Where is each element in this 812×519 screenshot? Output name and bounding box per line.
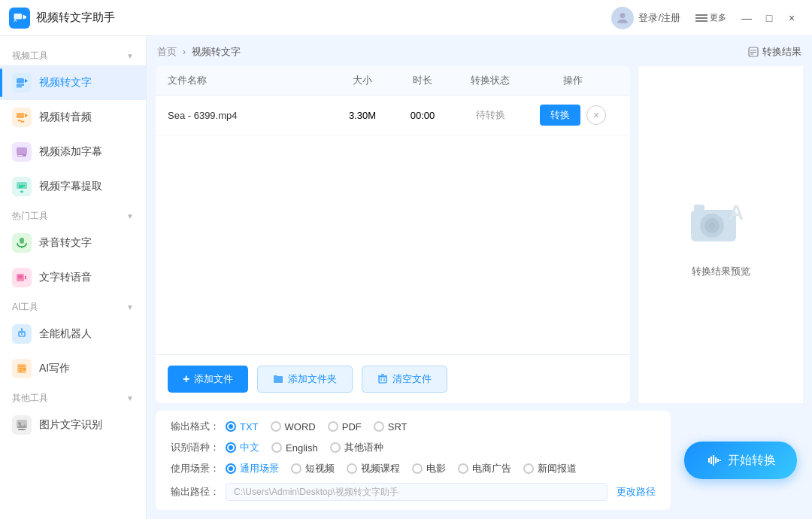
file-action-buttons: + 添加文件 添加文件夹 (156, 354, 630, 403)
scene-news[interactable]: 新闻报道 (523, 462, 577, 475)
language-label: 识别语种： (171, 441, 220, 454)
breadcrumb-separator: › (183, 46, 186, 57)
add-file-button[interactable]: + 添加文件 (168, 366, 248, 393)
path-label: 输出路径： (171, 485, 220, 499)
video-caption-icon (12, 142, 32, 162)
file-actions-cell: 转换 × (528, 105, 618, 126)
format-pdf-label: PDF (342, 421, 362, 432)
svg-point-51 (708, 222, 716, 229)
sidebar-item-video-to-text[interactable]: 视频转文字 (0, 65, 146, 100)
scene-movie-label: 电影 (426, 462, 446, 475)
radio-circle-general (226, 463, 236, 474)
svg-marker-1 (23, 14, 27, 19)
lang-other[interactable]: 其他语种 (330, 441, 383, 454)
format-row: 输出格式： TXT WORD (171, 420, 656, 433)
chevron-down-icon: ▼ (126, 212, 134, 220)
close-icon: × (593, 109, 599, 121)
titlebar: A 视频转文字助手 登录/注册 更多 — □ × (0, 0, 812, 36)
sidebar-item-label: 视频添加字幕 (39, 145, 102, 159)
close-button[interactable]: × (780, 8, 803, 28)
format-word[interactable]: WORD (271, 421, 316, 432)
clear-files-button[interactable]: 清空文件 (362, 366, 447, 393)
svg-marker-12 (25, 114, 28, 117)
scene-general[interactable]: 通用场景 (226, 462, 279, 475)
main-layout: 视频工具 ▼ 视频转文字 视频转音频 (0, 36, 812, 519)
file-section: 文件名称 大小 时长 转换状态 操作 Sea - 6399.mp4 3.30M … (156, 66, 630, 403)
result-button-label: 转换结果 (762, 45, 801, 59)
text-audio-icon (12, 268, 32, 287)
more-menu[interactable]: 更多 (695, 12, 726, 23)
format-pdf[interactable]: PDF (328, 421, 362, 432)
svg-rect-11 (17, 113, 24, 118)
maximize-button[interactable]: □ (758, 8, 780, 28)
scene-general-label: 通用场景 (240, 462, 279, 475)
sidebar-item-audio-to-text[interactable]: 录音转文字 (0, 226, 146, 260)
lower-section: 输出格式： TXT WORD (156, 411, 803, 510)
lang-chinese[interactable]: 中文 (226, 441, 259, 454)
video-extract-icon (12, 177, 32, 196)
format-radio-group: TXT WORD PDF (226, 421, 408, 432)
format-srt-label: SRT (388, 421, 408, 432)
lang-english[interactable]: English (271, 442, 318, 454)
scene-short-video[interactable]: 短视频 (291, 462, 335, 475)
scene-radio-group: 通用场景 短视频 视频课程 (226, 462, 577, 475)
scene-ecommerce[interactable]: 电商广告 (458, 462, 511, 475)
file-table-header: 文件名称 大小 时长 转换状态 操作 (156, 66, 630, 96)
col-status-header: 转换状态 (453, 74, 528, 87)
preview-label: 转换结果预览 (692, 265, 750, 278)
start-convert-button[interactable]: 开始转换 (684, 442, 797, 479)
format-txt[interactable]: TXT (226, 421, 259, 432)
breadcrumb-current: 视频转文字 (192, 46, 241, 57)
sidebar-item-label: 图片文字识别 (39, 418, 102, 432)
sidebar-section-hot-tools: 热门工具 ▼ (0, 204, 146, 226)
user-section[interactable]: 登录/注册 (611, 7, 680, 29)
image-ocr-icon (12, 415, 32, 435)
sidebar-item-ai-robot[interactable]: 全能机器人 (0, 317, 146, 351)
radio-circle-pdf (328, 421, 338, 432)
radio-circle-news (523, 463, 534, 474)
format-word-label: WORD (285, 421, 316, 432)
start-button-area: 开始转换 (678, 411, 803, 510)
radio-circle-word (271, 421, 281, 432)
sidebar-item-video-to-audio[interactable]: 视频转音频 (0, 100, 146, 135)
audio-text-icon (12, 233, 32, 253)
trash-icon (377, 374, 388, 384)
lang-english-label: English (286, 442, 318, 454)
scene-row: 使用场景： 通用场景 短视频 (171, 462, 656, 475)
add-folder-button[interactable]: 添加文件夹 (257, 366, 353, 393)
scene-label: 使用场景： (171, 462, 220, 475)
sidebar-item-video-extract-caption[interactable]: 视频字幕提取 (0, 169, 146, 204)
lang-chinese-label: 中文 (240, 441, 259, 454)
svg-rect-7 (17, 78, 24, 83)
svg-point-25 (20, 333, 21, 335)
scene-course-label: 视频课程 (361, 462, 400, 475)
sidebar-section-ai-tools: AI工具 ▼ (0, 295, 146, 317)
change-path-button[interactable]: 更改路径 (617, 485, 656, 499)
sidebar-item-video-add-caption[interactable]: 视频添加字幕 (0, 135, 146, 169)
sidebar-item-ai-writing[interactable]: AI写作 (0, 351, 146, 386)
sidebar-item-image-ocr[interactable]: 图片文字识别 (0, 408, 146, 442)
svg-marker-8 (25, 79, 28, 83)
minimize-button[interactable]: — (735, 8, 758, 28)
svg-rect-27 (20, 335, 24, 336)
format-txt-label: TXT (240, 421, 259, 432)
preview-area: A 转换结果预览 (683, 66, 759, 403)
path-input[interactable] (226, 483, 607, 501)
breadcrumb: 首页 › 视频转文字 转换结果 (156, 45, 803, 59)
path-row: 输出路径： 更改路径 (171, 483, 656, 501)
format-srt[interactable]: SRT (374, 421, 408, 432)
convert-button[interactable]: 转换 (540, 105, 580, 126)
table-row: Sea - 6399.mp4 3.30M 00:00 待转换 转换 × (156, 96, 630, 135)
sidebar-item-label: 视频转文字 (39, 76, 92, 90)
sidebar-item-label: 文字转语音 (39, 271, 92, 284)
scene-course[interactable]: 视频课程 (347, 462, 400, 475)
result-button[interactable]: 转换结果 (748, 45, 801, 59)
login-label[interactable]: 登录/注册 (638, 11, 680, 25)
avatar (611, 7, 634, 29)
delete-button[interactable]: × (586, 105, 606, 125)
file-name: Sea - 6399.mp4 (168, 110, 332, 121)
chevron-down-icon: ▼ (126, 52, 134, 60)
scene-movie[interactable]: 电影 (412, 462, 446, 475)
col-duration-header: 时长 (392, 74, 453, 87)
sidebar-item-text-to-audio[interactable]: 文字转语音 (0, 260, 146, 295)
